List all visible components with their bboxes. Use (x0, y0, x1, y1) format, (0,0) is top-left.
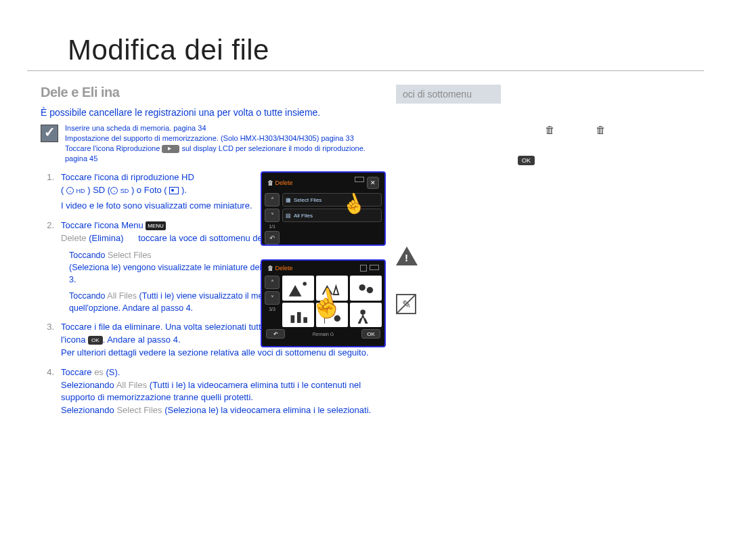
warning-icon (396, 246, 419, 267)
svg-marker-0 (288, 285, 301, 297)
svg-point-3 (366, 287, 372, 293)
prerequisites-text: Inserire una scheda di memoria. pagina 3… (65, 123, 376, 163)
cam-page-indicator: 3/3 (265, 307, 280, 311)
cam-up-button[interactable]: ˄ (265, 193, 280, 207)
cam-ok-button[interactable]: OK (361, 329, 380, 339)
submenu-header: oci di sottomenu (396, 85, 501, 104)
step-4-line-2: Selezionando All Files (Tutti i le) la v… (61, 379, 376, 405)
cam-battery-icon (355, 177, 364, 182)
cam-thumbnail[interactable] (350, 303, 382, 328)
cam-all-files-icon: ▤ (286, 213, 291, 219)
photo-icon (169, 187, 179, 194)
cam-select-files-icon: ▦ (286, 197, 291, 203)
cam-down-button[interactable]: ˅ (265, 209, 280, 222)
cam-thumbnail[interactable] (350, 276, 382, 301)
cam-trash-icon: 🗑 Delete (267, 179, 293, 186)
trash-icon: 🗑 (596, 124, 606, 135)
cam-back-button[interactable]: ↶ (265, 231, 280, 244)
cam-back-button[interactable]: ↶ (266, 329, 285, 339)
cam-page-count: 1/1 (265, 224, 280, 229)
section-heading: Dele e Eli ina (41, 85, 376, 100)
cam-down-button[interactable]: ˅ (265, 291, 280, 305)
svg-point-1 (303, 282, 307, 286)
step-number: 3. (41, 321, 54, 360)
step-4-line-3: Selezionando Select Files (Seleziona le)… (61, 404, 376, 417)
step-number: 2. (41, 219, 54, 314)
svg-rect-6 (303, 317, 307, 322)
camera-screenshot-delete-menu: 🗑 Delete ✕ ˄ ˅ 1/1 ↶ ▦ (261, 171, 386, 246)
page-title: Modifica dei file (27, 0, 704, 71)
cam-close-button[interactable]: ✕ (367, 177, 379, 189)
cam-trash-icon: 🗑 Delete (267, 265, 293, 272)
step-number: 4. (41, 366, 54, 417)
intro-text: È possibile cancellare le registrazioni … (41, 107, 376, 118)
no-edit-icon: ✎ (396, 294, 416, 314)
svg-rect-4 (290, 315, 294, 322)
checkbox-icon (41, 125, 58, 142)
cam-sd-icon (360, 265, 367, 272)
prerequisites-box: Inserire una scheda di memoria. pagina 3… (41, 123, 376, 163)
svg-rect-5 (297, 311, 301, 322)
step-4: 4. Toccare es (S). Selezionando All File… (41, 366, 376, 417)
cam-remaining-label: Remain G (313, 332, 334, 337)
prereq-line-3: Toccare l'icona Riproduzione sul display… (65, 144, 376, 164)
ok-badge-icon: OK (88, 336, 103, 345)
prereq-line-1: Inserire una scheda di memoria. pagina 3… (65, 123, 376, 133)
svg-point-2 (359, 284, 365, 290)
prereq-line-2: Impostazione del supporto di memorizzazi… (65, 133, 376, 144)
step-4-line-1: Toccare es (S). (61, 366, 376, 379)
menu-badge-icon: MENU (146, 221, 166, 231)
play-icon (162, 145, 179, 153)
cam-battery-icon (370, 265, 379, 270)
camera-screenshot-thumbnails: 🗑 Delete ˄ ˅ 3/3 (261, 259, 386, 347)
hd-icon (66, 187, 74, 194)
ok-chip-icon: OK (518, 156, 535, 165)
cam-option-select-files[interactable]: ▦ Select Files (282, 193, 382, 207)
step-number: 1. (41, 171, 54, 213)
step-3-line-2: Per ulteriori dettagli vedere la sezione… (61, 347, 376, 360)
cam-up-button[interactable]: ˄ (265, 276, 280, 289)
sd-icon (110, 187, 118, 194)
trash-icon: 🗑 (545, 124, 555, 135)
